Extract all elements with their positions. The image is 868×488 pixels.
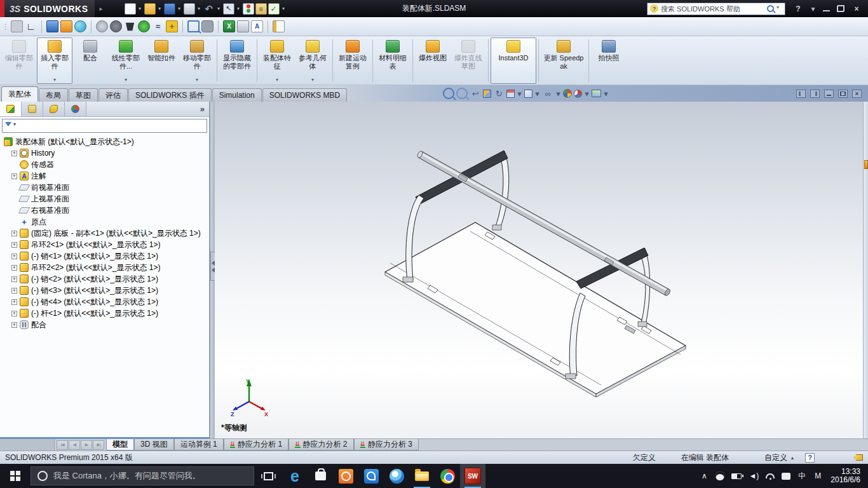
edge-browser-icon[interactable]: e — [282, 464, 308, 488]
monitor-icon[interactable] — [46, 20, 58, 32]
tab-assembly[interactable]: 装配体 — [1, 86, 38, 102]
close-button[interactable]: × — [851, 4, 862, 14]
tree-item-part[interactable]: +(-) 杆<1> (默认<<默认>_显示状态 1>) — [0, 308, 209, 319]
expand-icon[interactable]: + — [11, 322, 17, 328]
search-icon[interactable] — [767, 5, 774, 12]
wifi-icon[interactable] — [766, 473, 775, 478]
configurationmanager-tab[interactable] — [43, 102, 65, 116]
tab-static-analysis-1[interactable]: ⇊静应力分析 1 — [224, 439, 288, 451]
zoom-area-icon[interactable] — [456, 88, 468, 99]
cone-icon[interactable] — [124, 20, 136, 32]
doc-minimize-button[interactable] — [824, 90, 834, 98]
ribbon-button-instant3d[interactable]: Instant3D — [491, 37, 536, 84]
expand-icon[interactable]: + — [11, 288, 17, 294]
ribbon-button-insert-component[interactable]: 插入零部件▾ — [37, 37, 72, 84]
custom-status-dropdown[interactable]: 自定义 ▴ — [764, 452, 794, 463]
start-button[interactable] — [0, 464, 31, 488]
ribbon-button-move-component[interactable]: 移动零部件▾ — [179, 37, 215, 84]
save-dropdown-caret[interactable]: ▾ — [177, 4, 182, 13]
expand-icon[interactable]: + — [11, 231, 17, 236]
restore-button[interactable] — [837, 5, 844, 12]
apply-scene-icon[interactable] — [574, 90, 582, 98]
dropdown-caret-icon[interactable]: ▾ — [53, 76, 56, 83]
study-nav-last[interactable]: ▶| — [93, 440, 104, 450]
display-pane-right-icon[interactable] — [810, 90, 820, 98]
tree-item-origin[interactable]: +原点 — [0, 216, 209, 227]
battery-icon[interactable] — [731, 473, 742, 479]
language-indicator[interactable]: M — [813, 471, 822, 481]
quick-tips-icon[interactable]: ? — [805, 453, 815, 463]
media-player-icon[interactable] — [333, 464, 358, 488]
tree-item-part[interactable]: +吊环2<1> (默认<<默认>_显示状态 1>) — [0, 239, 209, 250]
search-dropdown-caret[interactable]: ▾ — [776, 4, 782, 13]
tree-item-plane[interactable]: 前视基准面 — [0, 182, 209, 193]
task-view-button[interactable] — [254, 464, 282, 488]
ribbon-button-linear-component-pattern[interactable]: 线性零部件...▾ — [108, 37, 144, 84]
tree-filter-box[interactable]: ▾ — [2, 119, 207, 133]
tree-item-part[interactable]: +(-) 销<4> (默认<<默认>_显示状态 1>) — [0, 296, 209, 308]
globe-sync-icon[interactable] — [74, 20, 86, 32]
displaymanager-tab[interactable] — [65, 102, 86, 116]
expand-icon[interactable]: + — [11, 311, 17, 316]
print-dropdown-caret[interactable]: ▾ — [196, 4, 202, 13]
help-search-input[interactable] — [661, 5, 764, 13]
undo-dropdown-caret[interactable]: ▾ — [216, 4, 222, 13]
new-dropdown-caret[interactable]: ▾ — [137, 4, 143, 13]
spring-icon[interactable]: ≈ — [152, 20, 164, 32]
dropdown-caret-icon[interactable]: ▾ — [311, 76, 314, 83]
file-explorer-icon[interactable] — [409, 464, 435, 488]
dropdown-caret-icon[interactable]: ▾ — [125, 76, 127, 83]
tag-icon[interactable] — [854, 454, 863, 461]
magnifier-icon[interactable] — [187, 20, 200, 32]
dropdown-caret-icon[interactable]: ▾ — [196, 76, 198, 83]
toolbar-flyout-arrow[interactable]: ▸ — [100, 5, 103, 12]
expand-icon[interactable]: + — [11, 265, 17, 271]
tab-solidworks-addins[interactable]: SOLIDWORKS 插件 — [128, 88, 212, 102]
volume-icon[interactable]: ◄) — [749, 471, 759, 481]
tab-sketch[interactable]: 草图 — [69, 88, 98, 102]
corner-ruler-icon[interactable]: ∟ — [25, 20, 37, 32]
task-pane-tab-icon[interactable] — [864, 160, 868, 169]
select-dropdown-caret[interactable]: ▾ — [236, 4, 241, 13]
notification-icon[interactable] — [782, 473, 790, 480]
minimize-button[interactable] — [823, 6, 830, 11]
display-style-caret[interactable]: ▾ — [534, 89, 540, 98]
rebuild-button[interactable] — [243, 3, 254, 15]
tree-item-plane[interactable]: 上视基准面 — [0, 193, 209, 205]
solidworks-app-icon[interactable]: SW — [460, 464, 485, 488]
tab-solidworks-mbd[interactable]: SOLIDWORKS MBD — [262, 88, 347, 102]
tree-item-assembly[interactable]: 装配体新 (默认<默认_显示状态-1>) — [0, 136, 209, 147]
help-dropdown-caret[interactable]: ▾ — [810, 4, 816, 13]
tab-evaluate[interactable]: 评估 — [98, 88, 128, 102]
tree-item-part[interactable]: +(固定) 底板 - 副本<1> (默认<<默认>_显示状态 1>) — [0, 227, 209, 239]
panel-expand-chevron[interactable]: » — [196, 102, 209, 116]
tab-layout[interactable]: 布局 — [39, 88, 68, 102]
propertymanager-tab[interactable] — [22, 102, 43, 116]
apply-scene-caret[interactable]: ▾ — [584, 89, 590, 98]
display-style-icon[interactable] — [524, 90, 532, 98]
tab-model[interactable]: 模型 — [106, 439, 134, 451]
new-note-icon[interactable]: A — [251, 20, 263, 32]
study-nav-prev[interactable]: ◀ — [69, 440, 80, 450]
file-properties-button[interactable]: ≡ — [255, 3, 267, 15]
options-dropdown-caret[interactable]: ▾ — [281, 4, 287, 13]
binoculars-icon[interactable] — [201, 20, 214, 32]
edit-appearance-icon[interactable] — [563, 89, 572, 98]
expand-icon[interactable]: + — [11, 242, 17, 248]
tab-3d-views[interactable]: 3D 视图 — [134, 439, 174, 451]
tab-static-analysis-3[interactable]: ⇊静应力分析 3 — [354, 439, 419, 451]
study-nav-first[interactable]: |◀ — [57, 440, 68, 450]
ribbon-button-show-hidden-components[interactable]: 显示隐藏的零部件 — [219, 37, 255, 84]
select-button[interactable]: ↖ — [223, 3, 234, 15]
tray-chevron-icon[interactable]: ∧ — [700, 471, 709, 481]
ribbon-button-mate[interactable]: 配合 — [72, 37, 108, 84]
cortana-search-box[interactable]: 我是 Cortana，小娜。有问题尽管问我。 — [31, 466, 254, 485]
doc-close-button[interactable]: × — [852, 90, 862, 98]
tree-item-part[interactable]: +(-) 销<2> (默认<<默认>_显示状态 1>) — [0, 273, 209, 285]
network-share-icon[interactable] — [60, 20, 72, 32]
help-button[interactable]: ? — [793, 4, 803, 14]
tree-item-part[interactable]: +(-) 销<1> (默认<<默认>_显示状态 1>) — [0, 250, 209, 262]
windows-store-icon[interactable] — [308, 464, 333, 488]
view-settings-caret[interactable]: ▾ — [603, 89, 609, 98]
tab-motion-study-1[interactable]: 运动算例 1 — [174, 439, 224, 451]
